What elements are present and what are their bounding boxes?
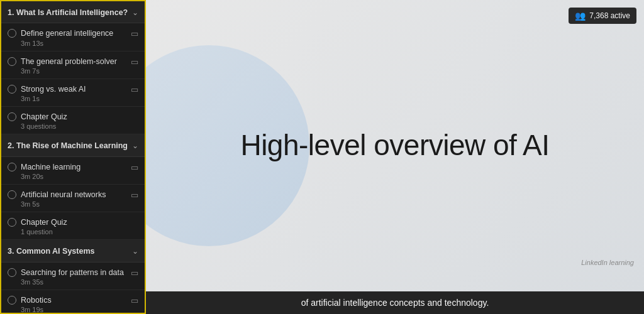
list-item[interactable]: Machine learning 3m 20s ▭ xyxy=(1,157,145,185)
bookmark-icon[interactable]: ▭ xyxy=(131,29,138,38)
list-item[interactable]: Robotics 3m 19s ▭ xyxy=(1,290,145,314)
lesson-status-icon xyxy=(8,268,16,277)
lesson-status-icon xyxy=(8,296,16,305)
section-2-title: 2. The Rise of Machine Learning xyxy=(8,141,128,151)
course-sidebar: 1. What Is Artificial Intelligence? ⌄ De… xyxy=(0,0,146,314)
subtitle-bar: of artificial intelligence concepts and … xyxy=(146,291,644,314)
bookmark-icon[interactable]: ▭ xyxy=(131,296,138,305)
lesson-status-icon xyxy=(8,85,16,94)
lesson-title: Strong vs. weak AI xyxy=(21,84,86,94)
list-item[interactable]: Chapter Quiz 1 question xyxy=(1,212,145,240)
lesson-info: Define general intelligence 3m 13s xyxy=(21,28,113,46)
main-content: 👥 7,368 active High-level overview of AI… xyxy=(146,0,644,314)
lesson-status-icon xyxy=(8,163,16,171)
section-1-title: 1. What Is Artificial Intelligence? xyxy=(8,8,128,18)
video-title: High-level overview of AI xyxy=(240,128,549,163)
lesson-left: Machine learning 3m 20s xyxy=(8,162,128,180)
lesson-status-icon xyxy=(8,218,16,227)
list-item[interactable]: The general problem-solver 3m 7s ▭ xyxy=(1,51,145,79)
lesson-status-icon xyxy=(8,112,16,121)
lesson-status-icon xyxy=(8,29,16,38)
lesson-status-icon xyxy=(8,57,16,66)
lesson-left: The general problem-solver 3m 7s xyxy=(8,57,128,75)
bookmark-icon[interactable]: ▭ xyxy=(131,190,138,200)
lesson-title: Artificial neural networks xyxy=(21,190,106,200)
lesson-left: Strong vs. weak AI 3m 1s xyxy=(8,84,128,102)
lesson-left: Robotics 3m 19s xyxy=(8,295,128,313)
lesson-duration: 3m 35s xyxy=(21,278,124,286)
lesson-left: Artificial neural networks 3m 5s xyxy=(8,190,128,208)
lesson-duration: 3m 1s xyxy=(21,95,86,102)
video-player[interactable]: 👥 7,368 active High-level overview of AI… xyxy=(146,0,644,291)
list-item[interactable]: Define general intelligence 3m 13s ▭ xyxy=(1,23,145,51)
lesson-info: Strong vs. weak AI 3m 1s xyxy=(21,84,86,102)
chevron-down-icon: ⌄ xyxy=(132,141,138,150)
lesson-title: Define general intelligence xyxy=(21,28,113,38)
section-3-header[interactable]: 3. Common AI Systems ⌄ xyxy=(1,240,145,262)
lesson-info: Robotics 3m 19s xyxy=(21,295,52,313)
bookmark-icon[interactable]: ▭ xyxy=(131,57,138,67)
lesson-info: The general problem-solver 3m 7s xyxy=(21,57,117,75)
list-item[interactable]: Chapter Quiz 3 questions xyxy=(1,107,145,134)
lesson-title: Searching for patterns in data xyxy=(21,268,124,278)
lesson-status-icon xyxy=(8,190,16,199)
lesson-duration: 3m 13s xyxy=(21,40,113,47)
lesson-duration: 3m 7s xyxy=(21,67,117,75)
lesson-info: Chapter Quiz 3 questions xyxy=(21,112,67,130)
lesson-left: Define general intelligence 3m 13s xyxy=(8,28,128,46)
list-item[interactable]: Searching for patterns in data 3m 35s ▭ xyxy=(1,263,145,290)
lesson-title: The general problem-solver xyxy=(21,57,117,67)
bookmark-icon[interactable]: ▭ xyxy=(131,163,138,172)
lesson-left: Searching for patterns in data 3m 35s xyxy=(8,268,128,286)
bookmark-icon[interactable]: ▭ xyxy=(131,268,138,278)
active-users-badge: 👥 7,368 active xyxy=(569,8,636,24)
list-item[interactable]: Strong vs. weak AI 3m 1s ▭ xyxy=(1,79,145,107)
active-count: 7,368 active xyxy=(589,11,630,20)
lesson-duration: 3m 19s xyxy=(21,306,52,313)
lesson-left: Chapter Quiz 3 questions xyxy=(8,112,138,130)
watermark: LinkedIn learning xyxy=(581,259,634,266)
lesson-title: Robotics xyxy=(21,295,52,305)
lesson-info: Chapter Quiz 1 question xyxy=(21,217,67,236)
chevron-down-icon: ⌄ xyxy=(132,247,138,256)
lesson-info: Machine learning 3m 20s xyxy=(21,162,80,180)
list-item[interactable]: Artificial neural networks 3m 5s ▭ xyxy=(1,185,145,212)
chevron-down-icon: ⌄ xyxy=(132,8,138,17)
lesson-title: Chapter Quiz xyxy=(21,112,67,122)
lesson-info: Artificial neural networks 3m 5s xyxy=(21,190,106,208)
section-3-title: 3. Common AI Systems xyxy=(8,246,128,256)
users-icon: 👥 xyxy=(575,11,586,21)
lesson-duration: 3m 5s xyxy=(21,200,106,208)
lesson-duration: 3m 20s xyxy=(21,173,80,180)
lesson-title: Machine learning xyxy=(21,162,80,172)
lesson-left: Chapter Quiz 1 question xyxy=(8,217,138,236)
bookmark-icon[interactable]: ▭ xyxy=(131,85,138,94)
subtitle-text: of artificial intelligence concepts and … xyxy=(301,298,489,308)
lesson-duration: 3 questions xyxy=(21,122,67,130)
lesson-title: Chapter Quiz xyxy=(21,217,67,227)
section-1-header[interactable]: 1. What Is Artificial Intelligence? ⌄ xyxy=(1,1,145,23)
lesson-info: Searching for patterns in data 3m 35s xyxy=(21,268,124,286)
section-2-header[interactable]: 2. The Rise of Machine Learning ⌄ xyxy=(1,134,145,156)
lesson-duration: 1 question xyxy=(21,228,67,236)
